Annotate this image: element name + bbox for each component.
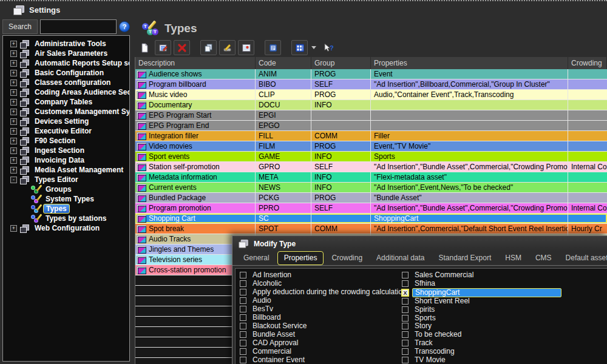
property-option[interactable]: Blackout Service xyxy=(240,322,402,330)
tree-expander-icon[interactable]: + xyxy=(10,128,17,135)
checkbox[interactable] xyxy=(402,306,409,313)
tree-item-label[interactable]: Automatic Reports Setup se xyxy=(32,59,129,67)
checkbox[interactable] xyxy=(240,289,246,295)
tree-item[interactable]: Types xyxy=(3,204,129,214)
tree-expander-icon[interactable]: + xyxy=(10,50,17,57)
tree-item[interactable]: Groups xyxy=(3,184,129,194)
tree-item[interactable]: - Types Editor xyxy=(3,175,129,184)
tree-item[interactable]: + Air Sales Parameters xyxy=(3,49,129,58)
grid-view-dropdown-icon[interactable] xyxy=(311,46,316,49)
dialog-tab[interactable]: General xyxy=(237,252,276,265)
checkbox[interactable] xyxy=(240,272,246,278)
property-option[interactable]: TV Movie xyxy=(402,356,607,364)
table-row[interactable]: Spot break SPOT COMM "Ad Insertion",Comm… xyxy=(135,224,607,234)
checkbox[interactable] xyxy=(240,323,246,329)
tree-item[interactable]: + Web Configuration xyxy=(3,223,129,233)
tree-item[interactable]: + Basic Configuration xyxy=(3,68,129,78)
table-row[interactable]: Program promotion PPRO SELF "Ad Insertio… xyxy=(135,203,607,214)
property-option[interactable]: Sports xyxy=(402,314,607,322)
property-label[interactable]: Sports xyxy=(412,314,438,322)
checkbox[interactable] xyxy=(402,298,409,305)
tree-expander-icon[interactable]: + xyxy=(10,41,17,47)
search-input[interactable] xyxy=(40,19,117,34)
property-option[interactable]: To be checked xyxy=(402,331,607,339)
tree-expander-icon[interactable]: + xyxy=(10,147,17,154)
table-row[interactable]: Shopping Cart SC ShoppingCart xyxy=(135,214,607,224)
column-header[interactable]: Group xyxy=(311,57,371,69)
tree-item-label[interactable]: Invoicing Data xyxy=(32,156,87,164)
checkbox[interactable] xyxy=(240,331,246,338)
dialog-tab[interactable]: HSM xyxy=(499,252,527,265)
table-row[interactable]: EPG Program Start EPGI xyxy=(135,110,607,121)
rename-button[interactable] xyxy=(219,40,236,55)
property-label[interactable]: CAD Approval xyxy=(250,339,300,347)
tree-item[interactable]: + Devices Setting xyxy=(3,116,129,126)
tree-expander-icon[interactable]: + xyxy=(10,70,17,76)
tree-item-label[interactable]: Types xyxy=(43,204,70,214)
tree-item-label[interactable]: Basic Configuration xyxy=(32,69,106,77)
property-label[interactable]: Container Event xyxy=(250,356,307,364)
tree-item[interactable]: + Executive Editor xyxy=(3,126,129,136)
tree-item-label[interactable]: Classes configuration xyxy=(32,78,113,87)
checkbox[interactable] xyxy=(402,348,409,355)
copy-button[interactable] xyxy=(200,40,217,55)
tree-expander-icon[interactable]: + xyxy=(10,109,17,115)
tree-item-label[interactable]: Executive Editor xyxy=(32,127,94,135)
property-label[interactable]: Alcoholic xyxy=(250,280,284,288)
checkbox[interactable] xyxy=(402,272,409,278)
checkbox[interactable] xyxy=(402,315,409,322)
checkbox[interactable] xyxy=(402,357,409,363)
tree-item-label[interactable]: Types by stations xyxy=(43,214,109,223)
checkbox[interactable] xyxy=(240,306,246,312)
table-row[interactable]: Sport events GAME INFO Sports xyxy=(135,152,607,162)
dialog-tab[interactable]: Crowding xyxy=(325,252,368,265)
property-option[interactable]: Sales Commercial xyxy=(402,271,607,280)
tree-item[interactable]: + Media Asset Management xyxy=(3,165,129,175)
table-row[interactable]: Video movies FILM PROG Event,"TV Movie" xyxy=(135,141,607,152)
property-option[interactable]: Transcoding xyxy=(402,347,607,356)
tree-item[interactable]: + Administrative Tools xyxy=(3,39,129,49)
property-label[interactable]: Bundle Asset xyxy=(250,331,297,339)
property-label[interactable]: Transcoding xyxy=(412,348,457,356)
property-label[interactable]: BesTv xyxy=(250,305,276,313)
grid-view-button[interactable] xyxy=(291,40,308,55)
table-row[interactable]: Metadata information META INFO "Flexi-me… xyxy=(135,172,607,183)
table-row[interactable]: Bundled Package PCKG PROG "Bundle Asset" xyxy=(135,193,607,203)
property-label[interactable]: TV Movie xyxy=(412,356,448,364)
property-label[interactable]: Spirits xyxy=(412,306,437,314)
column-header[interactable]: Description xyxy=(135,57,256,69)
tree-item-label[interactable]: Coding Areas Audience Sect xyxy=(32,88,129,96)
tree-expander-icon[interactable]: + xyxy=(10,118,17,125)
tree-item-label[interactable]: Ingest Section xyxy=(32,146,87,155)
tree-expander-icon[interactable]: - xyxy=(10,177,17,183)
tree-item[interactable]: + Coding Areas Audience Sect xyxy=(3,87,129,97)
new-button[interactable] xyxy=(136,40,152,55)
checkbox[interactable] xyxy=(240,340,246,346)
property-option[interactable]: Short Event Reel xyxy=(402,297,607,306)
table-row[interactable]: Documentary DOCU INFO xyxy=(135,100,607,110)
tree-item[interactable]: Types by stations xyxy=(3,214,129,223)
property-label[interactable]: To be checked xyxy=(412,331,464,339)
tree-item-label[interactable]: Devices Setting xyxy=(32,117,91,126)
property-option[interactable]: Commercial xyxy=(240,347,402,356)
property-label[interactable]: Audio xyxy=(250,297,274,305)
checkbox[interactable] xyxy=(240,348,246,355)
tree-item[interactable]: + Automatic Reports Setup se xyxy=(3,58,129,68)
image-button[interactable] xyxy=(238,40,254,55)
tree-expander-icon[interactable]: + xyxy=(10,225,17,232)
tree-item-label[interactable]: Customers Management Syst xyxy=(32,107,129,116)
property-option[interactable]: Alcoholic xyxy=(240,280,402,288)
dialog-tab[interactable]: Additional data xyxy=(370,252,430,265)
property-option[interactable]: Track xyxy=(402,339,607,348)
dialog-tab[interactable]: Standard Export xyxy=(433,252,498,265)
tree-item-label[interactable]: System Types xyxy=(43,195,97,203)
column-header[interactable]: Crowding xyxy=(568,57,607,69)
property-option[interactable]: Sfhina xyxy=(402,280,607,288)
table-row[interactable]: Music video CLIP PROG Audio,"Container E… xyxy=(135,90,607,100)
table-row[interactable]: Current events NEWS INFO "Ad Insertion",… xyxy=(135,183,607,193)
checkbox[interactable] xyxy=(402,323,409,329)
tree-expander-icon[interactable]: + xyxy=(10,60,17,67)
dialog-tab[interactable]: Default asset xyxy=(560,252,607,265)
checkbox[interactable] xyxy=(402,331,409,338)
table-row[interactable]: EPG Program End EPGO xyxy=(135,121,607,131)
